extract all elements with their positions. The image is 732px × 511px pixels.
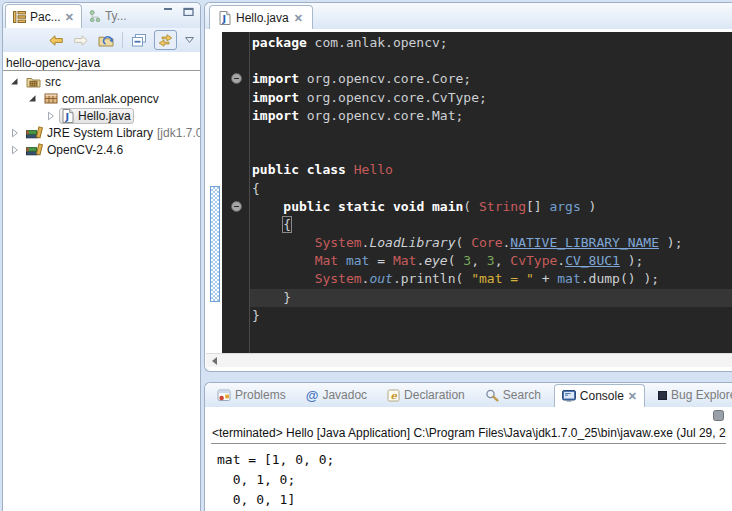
- terminate-icon[interactable]: [713, 410, 724, 421]
- close-icon[interactable]: ✕: [65, 12, 74, 22]
- code-token: [346, 162, 354, 177]
- console-output[interactable]: mat = [1, 0, 0; 0, 1, 0; 0, 0, 1]: [205, 444, 732, 510]
- code-token: );: [620, 253, 643, 268]
- project-root-label: hello-opencv-java: [6, 56, 100, 70]
- bottom-tabbar: Problems@JavadoceDeclarationSearchConsol…: [205, 383, 732, 407]
- folding-ruler[interactable]: [222, 32, 250, 353]
- java-file-icon: J: [62, 109, 74, 123]
- view-menu-button[interactable]: [184, 30, 195, 50]
- bug-icon: [658, 391, 667, 400]
- maximize-icon[interactable]: [183, 7, 194, 16]
- code-line-11: {: [252, 216, 732, 234]
- back-arrow-button[interactable]: [47, 30, 65, 50]
- tree-item-labelwrap: OpenCV-2.4.6: [23, 142, 126, 158]
- tree-item-hello-opencv-java[interactable]: hello-opencv-java: [3, 55, 200, 71]
- code-token: System: [315, 271, 362, 286]
- project-tree: hello-opencv-javasrccom.anlak.opencvJHel…: [3, 52, 200, 158]
- twisty-expanded-icon[interactable]: [9, 77, 20, 86]
- fold-collapse-icon[interactable]: [231, 201, 242, 212]
- view-tab-label: Pac...: [30, 10, 61, 24]
- collapse-all-button[interactable]: [130, 30, 147, 50]
- link-with-editor-button[interactable]: [154, 30, 177, 50]
- code-token: [252, 199, 283, 214]
- tree-item-labelwrap: com.anlak.opencv: [41, 91, 162, 107]
- forward-arrow-button[interactable]: [72, 30, 90, 50]
- range-indicator: [210, 186, 220, 302]
- code-line-3: import org.opencv.core.Core;: [252, 70, 732, 88]
- code-token: [385, 199, 393, 214]
- view-tab-label: Declaration: [404, 388, 465, 402]
- fold-collapse-icon[interactable]: [231, 73, 242, 84]
- code-token: [252, 235, 315, 250]
- back-arrow-icon: [48, 35, 64, 46]
- code-line-7: [252, 143, 732, 161]
- tree-item-jre-system-library[interactable]: JRE System Library [jdk1.7.0: [3, 124, 200, 141]
- code-token: LoadLibrary: [369, 235, 455, 250]
- view-tab-problems[interactable]: Problems: [210, 384, 293, 406]
- view-window-buttons: [163, 7, 194, 16]
- horizontal-scrollbar[interactable]: [206, 353, 732, 367]
- scroll-left-arrow-icon[interactable]: [212, 357, 217, 365]
- code-token: );: [659, 235, 682, 250]
- svg-text:J: J: [221, 13, 226, 24]
- code-token: org.opencv.core.Mat;: [299, 108, 463, 123]
- code-token: NATIVE_LIBRARY_NAME: [510, 235, 659, 250]
- code-line-1: package com.anlak.opencv;: [252, 34, 732, 52]
- link-with-editor-icon: [158, 34, 173, 47]
- tree-item-label: com.anlak.opencv: [62, 92, 159, 106]
- editor-tab-hello-java[interactable]: J Hello.java ✕: [209, 5, 313, 29]
- type-hierarchy-icon: [89, 10, 101, 22]
- view-tab-label: Problems: [235, 388, 286, 402]
- code-token: );: [636, 271, 659, 286]
- view-tab-declaration[interactable]: eDeclaration: [380, 384, 472, 406]
- tree-item-labelwrap: src: [23, 74, 64, 90]
- code-line-16: }: [252, 307, 732, 325]
- svg-text:J: J: [64, 111, 69, 122]
- code-area[interactable]: package com.anlak.opencv;import org.open…: [250, 32, 732, 353]
- view-tab-bug-explorer[interactable]: Bug Explorer: [651, 384, 732, 406]
- view-tab-label: Bug Explorer: [671, 388, 732, 402]
- keyword-token: void: [393, 199, 424, 214]
- close-icon[interactable]: ✕: [628, 391, 637, 401]
- problems-icon: [217, 389, 231, 402]
- view-tab-label: Console: [580, 389, 624, 403]
- code-token: [252, 253, 315, 268]
- tree-item-labelwrap: JRE System Library [jdk1.7.0: [23, 125, 200, 141]
- keyword-token: public: [283, 199, 330, 214]
- code-token: 3: [487, 253, 495, 268]
- source-folder-icon: [26, 76, 41, 88]
- twisty-expanded-icon[interactable]: [27, 94, 38, 103]
- close-icon[interactable]: ✕: [294, 13, 303, 23]
- tree-item-opencv-2-4-6[interactable]: OpenCV-2.4.6: [3, 141, 200, 158]
- code-token: {: [252, 181, 260, 196]
- view-tab-pac[interactable]: Pac...✕: [5, 4, 82, 28]
- code-token: [299, 162, 307, 177]
- tree-item-hello-java[interactable]: JHello.java: [3, 107, 200, 124]
- code-token: (: [463, 199, 479, 214]
- code-line-2: [252, 52, 732, 70]
- view-tab-console[interactable]: Console✕: [554, 384, 645, 408]
- twisty-collapsed-icon[interactable]: [9, 145, 20, 155]
- tree-item-labelwrap: JHello.java: [59, 108, 134, 124]
- forward-arrow-icon: [73, 35, 89, 46]
- twisty-collapsed-icon[interactable]: [45, 111, 56, 121]
- tree-item-com-anlak-opencv[interactable]: com.anlak.opencv: [3, 90, 200, 107]
- package-explorer-toolbar: [3, 28, 200, 52]
- code-line-6: [252, 125, 732, 143]
- tree-item-src[interactable]: src: [3, 73, 200, 90]
- code-token: (: [456, 235, 472, 250]
- code-token: [252, 271, 315, 286]
- keyword-token: static: [338, 199, 385, 214]
- code-token: "mat = ": [471, 271, 534, 286]
- editor-tabbar: J Hello.java ✕: [205, 3, 732, 29]
- view-tab-javadoc[interactable]: @Javadoc: [299, 384, 374, 406]
- library-icon: [26, 126, 43, 139]
- view-tab-search[interactable]: Search: [478, 384, 548, 406]
- annotation-ruler[interactable]: [206, 32, 222, 353]
- minimize-icon[interactable]: [163, 7, 173, 16]
- go-into-button[interactable]: [97, 30, 115, 50]
- code-line-9: {: [252, 180, 732, 198]
- view-tab-ty[interactable]: Ty...: [82, 5, 134, 27]
- tree-item-label: src: [45, 75, 61, 89]
- twisty-collapsed-icon[interactable]: [9, 128, 20, 138]
